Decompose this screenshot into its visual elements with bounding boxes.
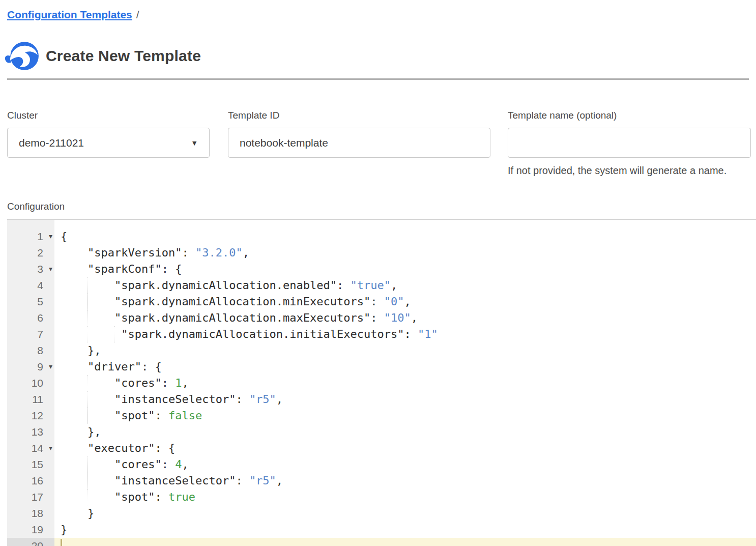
code-line-5[interactable]: "spark.dynamicAllocation.minExecutors": … [54,294,756,310]
header-divider [7,78,749,80]
editor-line-2[interactable]: 2 "sparkVersion": "3.2.0", [7,245,756,261]
editor-line-8[interactable]: 8 }, [7,342,756,359]
line-number-18: 18 [7,505,54,522]
editor-line-20[interactable]: 20 [7,538,756,546]
code-line-4[interactable]: "spark.dynamicAllocation.enabled": "true… [54,277,756,294]
line-number-8: 8 [7,342,54,359]
line-number-9: 9▾ [7,359,54,375]
cluster-select-value: demo-211021 [19,137,84,149]
template-name-helper-text: If not provided, the system will generat… [508,165,751,177]
template-id-label: Template ID [228,110,490,121]
create-template-page: Configuration Templates/ Create New Temp… [0,0,756,546]
editor-line-14[interactable]: 14▾ "executor": { [7,440,756,456]
line-number-6: 6 [7,310,54,326]
indent-guide [88,277,88,294]
cluster-select[interactable]: demo-211021 ▼ [7,128,210,158]
breadcrumb-link-configuration-templates[interactable]: Configuration Templates [7,9,132,20]
page-title: Create New Template [46,47,201,65]
line-number-10: 10 [7,375,54,391]
cluster-field: Cluster demo-211021 ▼ [7,110,210,158]
code-line-6[interactable]: "spark.dynamicAllocation.maxExecutors": … [54,310,756,326]
editor-line-3[interactable]: 3▾ "sparkConf": { [7,261,756,277]
editor-line-10[interactable]: 10 "cores": 1, [7,375,756,391]
line-number-14: 14▾ [7,440,54,456]
code-line-7[interactable]: "spark.dynamicAllocation.initialExecutor… [54,326,756,342]
indent-guide [88,456,88,473]
template-name-field: Template name (optional) If not provided… [508,110,751,177]
indent-guide [88,473,88,489]
editor-line-18[interactable]: 18 } [7,505,756,522]
fold-arrow-icon[interactable]: ▾ [49,359,52,375]
fold-arrow-icon[interactable]: ▾ [49,228,52,244]
line-number-4: 4 [7,277,54,294]
breadcrumb-separator: / [136,9,139,20]
code-line-14[interactable]: "executor": { [54,440,756,456]
configuration-editor[interactable]: 1▾{2 "sparkVersion": "3.2.0",3▾ "sparkCo… [7,219,756,546]
line-number-17: 17 [7,489,54,505]
line-number-19: 19 [7,522,54,538]
editor-line-5[interactable]: 5 "spark.dynamicAllocation.minExecutors"… [7,294,756,310]
editor-line-4[interactable]: 4 "spark.dynamicAllocation.enabled": "tr… [7,277,756,294]
cluster-label: Cluster [7,110,210,121]
code-line-13[interactable]: }, [54,424,756,440]
code-line-9[interactable]: "driver": { [54,359,756,375]
indent-guide [88,489,88,505]
template-id-input[interactable] [228,128,490,158]
editor-line-16[interactable]: 16 "instanceSelector": "r5", [7,473,756,489]
editor-line-6[interactable]: 6 "spark.dynamicAllocation.maxExecutors"… [7,310,756,326]
template-id-field: Template ID [228,110,490,158]
code-line-11[interactable]: "instanceSelector": "r5", [54,391,756,408]
code-line-19[interactable]: } [54,522,756,538]
editor-line-19[interactable]: 19} [7,522,756,538]
line-number-2: 2 [7,245,54,261]
editor-line-7[interactable]: 7 "spark.dynamicAllocation.initialExecut… [7,326,756,342]
code-line-16[interactable]: "instanceSelector": "r5", [54,473,756,489]
code-line-10[interactable]: "cores": 1, [54,375,756,391]
template-form: Cluster demo-211021 ▼ Template ID Templa… [7,110,751,177]
indent-guide [88,294,88,310]
editor-lines: 1▾{2 "sparkVersion": "3.2.0",3▾ "sparkCo… [7,220,756,546]
indent-guide [88,375,88,391]
editor-line-13[interactable]: 13 }, [7,424,756,440]
ocean-wave-logo-icon [5,41,40,71]
line-number-13: 13 [7,424,54,440]
breadcrumb: Configuration Templates/ [0,0,756,21]
line-number-11: 11 [7,391,54,408]
editor-line-9[interactable]: 9▾ "driver": { [7,359,756,375]
editor-line-12[interactable]: 12 "spot": false [7,408,756,424]
indent-guide [88,391,88,408]
indent-guide [88,408,88,424]
line-number-16: 16 [7,473,54,489]
template-name-label: Template name (optional) [508,110,751,121]
line-number-20: 20 [7,538,54,546]
code-line-3[interactable]: "sparkConf": { [54,261,756,277]
indent-guide [88,326,88,342]
line-number-5: 5 [7,294,54,310]
line-number-3: 3▾ [7,261,54,277]
text-cursor [61,539,62,546]
editor-line-1[interactable]: 1▾{ [7,228,756,245]
chevron-down-icon: ▼ [191,139,198,147]
indent-guide [88,310,88,326]
indent-guide [114,326,115,342]
code-line-12[interactable]: "spot": false [54,408,756,424]
code-line-15[interactable]: "cores": 4, [54,456,756,473]
code-line-8[interactable]: }, [54,342,756,359]
line-number-15: 15 [7,456,54,473]
line-number-1: 1▾ [7,228,54,245]
editor-line-17[interactable]: 17 "spot": true [7,489,756,505]
code-line-1[interactable]: { [54,228,756,245]
editor-line-11[interactable]: 11 "instanceSelector": "r5", [7,391,756,408]
line-number-7: 7 [7,326,54,342]
line-number-12: 12 [7,408,54,424]
fold-arrow-icon[interactable]: ▾ [49,440,52,456]
code-line-17[interactable]: "spot": true [54,489,756,505]
code-line-20[interactable] [54,538,756,546]
editor-line-15[interactable]: 15 "cores": 4, [7,456,756,473]
page-header: Create New Template [5,41,749,71]
fold-arrow-icon[interactable]: ▾ [49,261,52,277]
template-name-input[interactable] [508,128,751,158]
code-line-18[interactable]: } [54,505,756,522]
configuration-label: Configuration [7,201,749,212]
code-line-2[interactable]: "sparkVersion": "3.2.0", [54,245,756,261]
